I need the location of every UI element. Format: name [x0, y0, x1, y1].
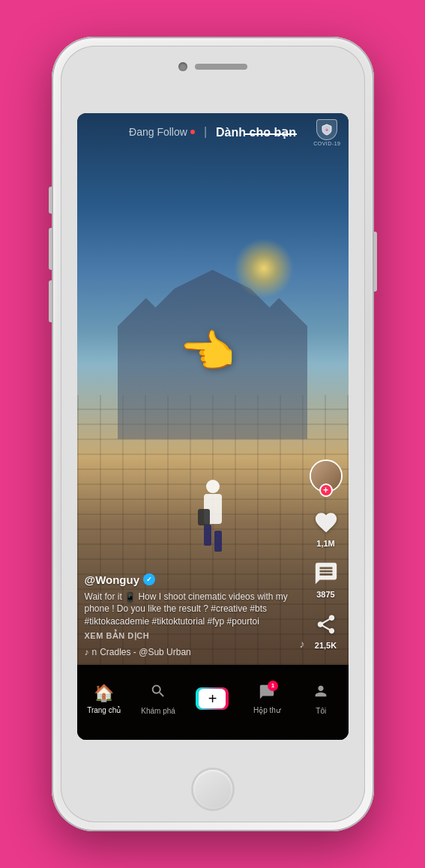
phone-frame: 👈 Đang Follow | Dành cho bạn +	[52, 37, 374, 831]
sun-flare	[234, 238, 294, 298]
nav-profile[interactable]: Tôi	[301, 683, 342, 715]
inbox-badge: 1	[268, 681, 278, 691]
following-tab[interactable]: Đang Follow	[129, 126, 195, 138]
covid-shield-icon: +	[316, 119, 337, 140]
username-label[interactable]: @Wonguy	[85, 573, 140, 586]
share-icon	[311, 609, 341, 639]
phone-top-sensors	[178, 62, 247, 71]
translate-button[interactable]: XEM BẢN DỊCH	[85, 631, 304, 641]
share-action[interactable]: 21,5K	[311, 609, 341, 650]
home-label: Trang chủ	[87, 706, 121, 714]
active-tab-indicator	[244, 133, 297, 135]
bottom-navigation: 🏠 Trang chủ Khám phá +	[77, 665, 349, 740]
comments-count: 3875	[316, 590, 334, 599]
plus-icon: +	[208, 691, 217, 706]
mute-button[interactable]	[49, 187, 52, 214]
screen: 👈 Đang Follow | Dành cho bạn +	[77, 113, 349, 740]
comment-icon	[311, 558, 341, 588]
volume-down-button[interactable]	[49, 280, 52, 322]
home-icon: 🏠	[94, 684, 114, 703]
inbox-label: Hộp thư	[253, 706, 280, 714]
nav-inbox[interactable]: 1 Hộp thư	[246, 684, 287, 714]
covid-badge[interactable]: + COVID-19	[313, 119, 340, 146]
follow-plus-button[interactable]: +	[319, 483, 333, 497]
power-button[interactable]	[374, 232, 377, 292]
explore-label: Khám phá	[141, 707, 175, 715]
top-navigation: Đang Follow | Dành cho bạn + COVID-1	[77, 113, 349, 151]
svg-text:+: +	[325, 127, 328, 133]
person-figure	[194, 477, 232, 552]
like-action[interactable]: 1,1M	[311, 507, 341, 548]
front-camera	[178, 62, 187, 71]
music-name-label: Cradles - @Sub Urban	[100, 647, 191, 657]
live-dot	[190, 130, 195, 134]
covid-label: COVID-19	[313, 141, 340, 146]
following-label: Đang Follow	[129, 126, 187, 138]
inbox-icon-wrap: 1	[259, 684, 275, 703]
heart-icon	[311, 507, 341, 537]
nav-home[interactable]: 🏠 Trang chủ	[83, 684, 124, 714]
username-row: @Wonguy ✓	[85, 573, 304, 586]
comment-action[interactable]: 3875	[311, 558, 341, 599]
creator-info: @Wonguy ✓ Wait for it 📱 How I shoot cine…	[85, 573, 304, 657]
music-n-label: n	[92, 647, 97, 657]
music-row[interactable]: ♪ n Cradles - @Sub Urban	[85, 647, 304, 657]
nav-explore[interactable]: Khám phá	[138, 683, 179, 715]
likes-count: 1,1M	[316, 539, 334, 548]
music-note-icon: ♪	[85, 647, 89, 657]
create-button[interactable]: +	[196, 687, 229, 710]
shares-count: 21,5K	[315, 641, 337, 650]
verified-icon: ✓	[143, 573, 155, 585]
speaker-grille	[195, 64, 247, 70]
right-action-panel: + 1,1M	[310, 459, 343, 650]
volume-up-button[interactable]	[49, 228, 52, 270]
phone-bezel: 👈 Đang Follow | Dành cho bạn +	[61, 46, 365, 822]
home-button[interactable]	[193, 770, 232, 809]
search-icon	[150, 683, 166, 704]
video-caption: Wait for it 📱 How I shoot cinematic vide…	[85, 591, 304, 628]
profile-icon	[313, 683, 329, 704]
profile-label: Tôi	[316, 707, 326, 715]
foryou-label: Dành cho bạn	[216, 126, 296, 139]
nav-create[interactable]: +	[192, 687, 233, 710]
tab-divider: |	[204, 125, 207, 139]
foryou-tab[interactable]: Dành cho bạn	[216, 125, 296, 139]
creator-avatar[interactable]: +	[310, 459, 343, 492]
